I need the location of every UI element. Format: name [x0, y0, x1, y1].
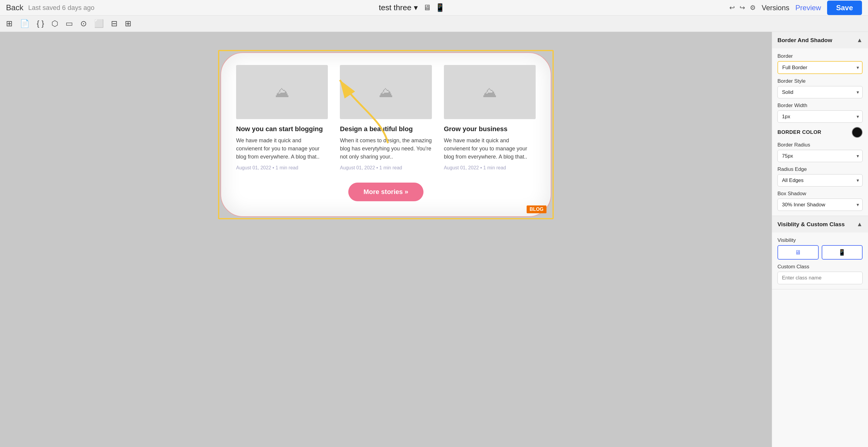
radius-edge-select-wrapper: All Edges ▾ [777, 174, 863, 186]
blog-card-title-3: Grow your business [444, 125, 536, 133]
versions-button[interactable]: Versions [762, 4, 789, 12]
redo-icon[interactable]: ↪ [740, 4, 745, 12]
collapse-icon: ▲ [857, 37, 863, 43]
border-radius-field: Border Radius 75px ▾ [777, 142, 863, 162]
visibility-title: Visiblity & Custom Class [777, 221, 845, 228]
back-button[interactable]: Back [6, 3, 24, 12]
border-radius-select[interactable]: 75px [777, 150, 863, 162]
border-select[interactable]: Full Border [777, 61, 863, 74]
border-field: Border Full Border ▾ [777, 53, 863, 74]
blog-card-image-3: ⛰ [444, 65, 536, 119]
mobile-icon: 📱 [838, 249, 846, 256]
border-width-field: Border Width 1px ▾ [777, 102, 863, 123]
box-shadow-label: Box Shadow [777, 191, 863, 197]
blog-card: ⛰ Grow your business We have made it qui… [444, 65, 536, 171]
page-name-button[interactable]: test three ▾ [379, 3, 418, 12]
border-shadow-header[interactable]: Border And Shadow ▲ [772, 32, 868, 49]
border-width-select[interactable]: 1px [777, 110, 863, 123]
custom-class-input[interactable] [777, 272, 863, 284]
components-icon[interactable]: ⬡ [52, 19, 58, 28]
box-shadow-field: Box Shadow 30% Inner Shadow ▾ [777, 191, 863, 211]
code-icon[interactable]: { } [37, 19, 44, 28]
desktop-visibility-button[interactable]: 🖥 [777, 245, 819, 260]
visibility-body: Visibility 🖥 📱 Custom Class [772, 233, 868, 289]
border-shadow-section: Border And Shadow ▲ Border Full Border ▾ [772, 32, 868, 216]
pages-icon[interactable]: 📄 [20, 19, 29, 28]
blog-card: ⛰ Now you can start blogging We have mad… [236, 65, 328, 171]
blog-card-meta-2: August 01, 2022 • 1 min read [340, 165, 432, 171]
right-panel: Border And Shadow ▲ Border Full Border ▾ [772, 32, 868, 447]
more-stories-button[interactable]: More stories » [348, 183, 423, 201]
topbar-left: Back Last saved 6 days ago [6, 3, 94, 12]
last-saved-label: Last saved 6 days ago [28, 4, 94, 12]
border-shadow-body: Border Full Border ▾ Border Style Solid [772, 49, 868, 216]
border-color-label: BORDER COLOR [777, 129, 822, 136]
undo-icon[interactable]: ↩ [730, 4, 735, 12]
desktop-icon: 🖥 [795, 249, 801, 256]
border-color-swatch[interactable] [852, 127, 863, 138]
border-radius-label: Border Radius [777, 142, 863, 148]
image-placeholder-icon: ⛰ [483, 84, 497, 100]
border-style-field: Border Style Solid ▾ [777, 78, 863, 98]
main-content: ⛰ Now you can start blogging We have mad… [0, 32, 868, 447]
topbar-center: test three ▾ 🖥 📱 [379, 3, 445, 12]
visibility-header[interactable]: Visiblity & Custom Class ▲ [772, 216, 868, 233]
undo-redo-group: ↩ ↪ ⚙ [730, 4, 756, 12]
blog-card-excerpt-1: We have made it quick and convienent for… [236, 137, 328, 161]
visibility-row: 🖥 📱 [777, 245, 863, 260]
visibility-field: Visibility 🖥 📱 [777, 237, 863, 260]
canvas-area: ⛰ Now you can start blogging We have mad… [0, 32, 772, 447]
border-style-select-wrapper: Solid ▾ [777, 86, 863, 98]
mobile-icon[interactable]: 📱 [435, 3, 445, 12]
blog-card-image-1: ⛰ [236, 65, 328, 119]
layers-icon[interactable]: ⊞ [6, 19, 12, 28]
section-icon[interactable]: ⬜ [94, 19, 104, 28]
chevron-down-icon: ▾ [414, 3, 418, 12]
page-name-label: test three [379, 3, 411, 12]
blog-card-meta-1: August 01, 2022 • 1 min read [236, 165, 328, 171]
save-button[interactable]: Save [827, 1, 862, 15]
border-shadow-title: Border And Shadow [777, 37, 832, 43]
custom-class-field: Custom Class [777, 264, 863, 284]
desktop-icon[interactable]: 🖥 [423, 3, 431, 12]
topbar-right: ↩ ↪ ⚙ Versions Preview Save [730, 1, 862, 15]
media-icon[interactable]: ⊙ [80, 19, 87, 28]
blog-card-meta-3: August 01, 2022 • 1 min read [444, 165, 536, 171]
border-width-select-wrapper: 1px ▾ [777, 110, 863, 123]
radius-edge-label: Radius Edge [777, 166, 863, 172]
border-width-label: Border Width [777, 102, 863, 109]
topbar: Back Last saved 6 days ago test three ▾ … [0, 0, 868, 16]
image-placeholder-icon: ⛰ [275, 84, 289, 100]
layout-icon[interactable]: ▭ [66, 19, 73, 28]
visibility-label: Visibility [777, 237, 863, 243]
blog-card-title-1: Now you can start blogging [236, 125, 328, 133]
gallery-icon[interactable]: ⊟ [111, 19, 118, 28]
border-color-row: BORDER COLOR [777, 127, 863, 138]
blog-card-excerpt-3: We have made it quick and convienent for… [444, 137, 536, 161]
border-style-label: Border Style [777, 78, 863, 84]
preview-button[interactable]: Preview [796, 4, 821, 12]
blog-tag: BLOG [527, 205, 547, 213]
mobile-visibility-button[interactable]: 📱 [822, 245, 863, 260]
custom-class-label: Custom Class [777, 264, 863, 270]
border-style-select[interactable]: Solid [777, 86, 863, 98]
arrow-annotation [328, 71, 400, 149]
radius-edge-select[interactable]: All Edges [777, 174, 863, 186]
border-radius-select-wrapper: 75px ▾ [777, 150, 863, 162]
settings-icon[interactable]: ⚙ [750, 4, 756, 12]
box-shadow-select[interactable]: 30% Inner Shadow [777, 199, 863, 211]
border-select-wrapper: Full Border ▾ [777, 61, 863, 74]
border-color-field: BORDER COLOR [777, 127, 863, 138]
collapse-icon: ▲ [857, 221, 863, 228]
visibility-section: Visiblity & Custom Class ▲ Visibility 🖥 … [772, 216, 868, 289]
apps-icon[interactable]: ⊞ [125, 19, 131, 28]
secondary-toolbar: ⊞ 📄 { } ⬡ ▭ ⊙ ⬜ ⊟ ⊞ [0, 16, 868, 32]
radius-edge-field: Radius Edge All Edges ▾ [777, 166, 863, 186]
device-icons: 🖥 📱 [423, 3, 445, 12]
box-shadow-select-wrapper: 30% Inner Shadow ▾ [777, 199, 863, 211]
border-label: Border [777, 53, 863, 59]
